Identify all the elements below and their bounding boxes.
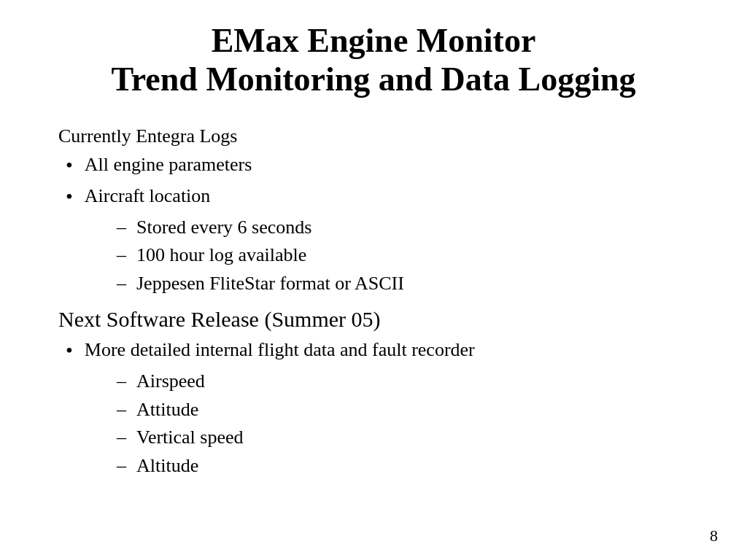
sub-text-2-1: Stored every 6 seconds bbox=[136, 214, 311, 241]
title-line2: Trend Monitoring and Data Logging bbox=[44, 61, 703, 99]
title-line1: EMax Engine Monitor bbox=[44, 22, 703, 61]
bullet-text-3: More detailed internal flight data and f… bbox=[85, 336, 475, 364]
section1-label: Currently Entegra Logs bbox=[58, 122, 703, 150]
sub-item-3-3: – Vertical speed bbox=[117, 424, 703, 451]
sub-text-2-3: Jeppesen FliteStar format or ASCII bbox=[136, 270, 404, 298]
sub-item-3-2: – Attitude bbox=[117, 396, 703, 424]
content-area: Currently Entegra Logs • All engine para… bbox=[44, 120, 703, 481]
sub-item-2-1: – Stored every 6 seconds bbox=[117, 214, 703, 241]
sub-item-3-4: – Altitude bbox=[117, 452, 703, 480]
slide: EMax Engine Monitor Trend Monitoring and… bbox=[0, 0, 747, 560]
sub-dash-3-3: – bbox=[117, 424, 126, 451]
next-release-label: Next Software Release (Summer 05) bbox=[58, 303, 703, 335]
bullet3-subitems: – Airspeed – Attitude – Vertical speed –… bbox=[117, 368, 703, 480]
bullet2-subitems: – Stored every 6 seconds – 100 hour log … bbox=[117, 214, 703, 298]
sub-text-2-2: 100 hour log available bbox=[136, 241, 306, 269]
page-number: 8 bbox=[710, 526, 718, 545]
bullet-text-2: Aircraft location bbox=[85, 182, 211, 210]
bullet-dot-1: • bbox=[66, 151, 73, 181]
title-block: EMax Engine Monitor Trend Monitoring and… bbox=[44, 22, 703, 99]
sub-text-3-1: Airspeed bbox=[136, 368, 205, 395]
bullet-item-1: • All engine parameters bbox=[58, 151, 703, 181]
sub-item-2-2: – 100 hour log available bbox=[117, 241, 703, 269]
bullet-dot-2: • bbox=[66, 182, 73, 212]
bullet-text-1: All engine parameters bbox=[85, 151, 252, 179]
sub-dash-3-4: – bbox=[117, 452, 126, 480]
sub-item-2-3: – Jeppesen FliteStar format or ASCII bbox=[117, 270, 703, 298]
sub-dash-2-2: – bbox=[117, 241, 126, 269]
sub-text-3-3: Vertical speed bbox=[136, 424, 244, 451]
sub-dash-3-1: – bbox=[117, 368, 126, 395]
sub-dash-2-1: – bbox=[117, 214, 126, 241]
sub-text-3-4: Altitude bbox=[136, 452, 198, 480]
sub-dash-2-3: – bbox=[117, 270, 126, 298]
bullet-item-2: • Aircraft location bbox=[58, 182, 703, 212]
sub-item-3-1: – Airspeed bbox=[117, 368, 703, 395]
sub-text-3-2: Attitude bbox=[136, 396, 198, 424]
sub-dash-3-2: – bbox=[117, 396, 126, 424]
bullet-dot-3: • bbox=[66, 336, 73, 366]
bullet-item-3: • More detailed internal flight data and… bbox=[58, 336, 703, 366]
